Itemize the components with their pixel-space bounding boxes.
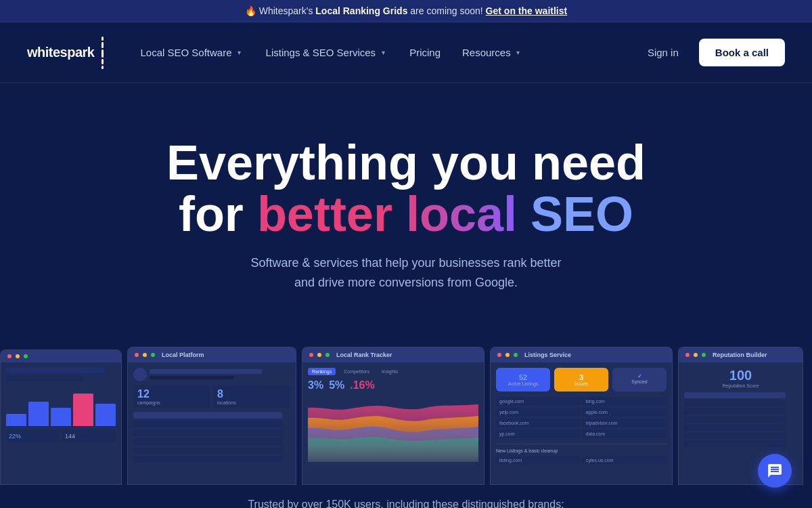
nav-label-resources: Resources xyxy=(462,47,511,58)
ss-bars xyxy=(6,385,116,426)
hero-local: local xyxy=(392,187,517,241)
window-dot-green xyxy=(514,353,518,357)
listing-item: facebook.com xyxy=(496,419,581,427)
stat-12: 12 campaigns xyxy=(133,385,210,408)
metric: 22% xyxy=(6,430,60,442)
location-row xyxy=(133,447,282,454)
ss-metrics-row: 3% 5% .16% xyxy=(308,379,478,391)
hero-subtitle: Software & services that help your busin… xyxy=(27,253,785,293)
new-listing-items: listing.com cylex.us.com xyxy=(496,456,667,465)
screenshots-row: 22% 144 Local Platform 12 cam xyxy=(0,320,812,485)
window-dot-yellow xyxy=(317,353,321,357)
announcement-bar: 🔥 Whitespark's Local Ranking Grids are c… xyxy=(0,0,812,22)
announcement-bold: Local Ranking Grids xyxy=(315,5,407,16)
window-dot-yellow xyxy=(143,353,147,357)
bar xyxy=(95,404,116,426)
hero-section: Everything you need for better local SEO… xyxy=(0,83,812,320)
ss-stats-grid: 12 campaigns 8 locations xyxy=(133,385,290,408)
hero-line1: Everything you need xyxy=(27,137,785,189)
nav-item-listings-seo-services[interactable]: Listings & SEO Services ▾ xyxy=(256,41,398,64)
main-nav: Local SEO Software ▾ Listings & SEO Serv… xyxy=(131,41,637,64)
bar xyxy=(28,402,49,426)
ss-title-4: Reputation Builder xyxy=(713,352,767,358)
rep-row xyxy=(684,441,786,447)
window-dot-yellow xyxy=(16,354,20,358)
score-3: 3 Issues xyxy=(554,368,608,391)
hero-line2: for better local SEO xyxy=(27,189,785,240)
waitlist-link[interactable]: Get on the waitlist xyxy=(486,5,568,16)
metric-5pct: 5% xyxy=(329,379,344,391)
nav-right: Sign in Book a call xyxy=(638,39,785,66)
rank-chart-svg xyxy=(308,394,478,462)
listing-item-new: listing.com xyxy=(496,456,580,465)
ss-title-3: Listings Service xyxy=(524,352,571,358)
ss-header-1: Local Platform xyxy=(128,347,296,362)
rep-row xyxy=(684,400,786,406)
header: whitespark Local SEO Software ▾ Listings… xyxy=(0,22,812,83)
announcement-fire: 🔥 xyxy=(245,5,256,16)
hero-better: better xyxy=(257,187,392,241)
hero-seo: SEO xyxy=(517,187,633,241)
score-52: 52 Active Listings xyxy=(496,368,550,391)
ss-name xyxy=(150,369,262,374)
location-row xyxy=(133,456,282,463)
chat-bubble[interactable] xyxy=(758,454,792,488)
nav-item-resources[interactable]: Resources ▾ xyxy=(453,41,533,64)
listing-item: data.com xyxy=(583,429,667,438)
location-row xyxy=(133,438,282,445)
stat-8: 8 locations xyxy=(213,385,290,408)
bar xyxy=(51,408,71,426)
reputation-rows xyxy=(684,392,797,447)
tab-rankings: Rankings xyxy=(308,368,336,375)
listing-item-new: cylex.us.com xyxy=(583,456,667,465)
screenshot-dashboard: 22% 144 xyxy=(0,350,122,485)
window-dot-red xyxy=(497,353,501,357)
screenshot-rank-tracker: Local Rank Tracker Rankings Competitors … xyxy=(302,347,484,485)
hero-for-prefix: for xyxy=(179,187,257,241)
window-dot-yellow xyxy=(505,353,510,357)
hero-heading: Everything you need for better local SEO xyxy=(27,137,785,240)
listing-item: yelp.com xyxy=(496,408,581,417)
window-dot-green xyxy=(151,353,155,357)
chart-layer-4 xyxy=(308,437,478,462)
tab-competitors: Competitors xyxy=(340,368,374,375)
window-dot-red xyxy=(685,353,690,357)
location-name-area xyxy=(150,369,290,379)
metric-16pct: .16% xyxy=(350,379,374,391)
ss-header-3: Listings Service xyxy=(491,347,672,362)
ss-row xyxy=(6,368,105,373)
metric: 144 xyxy=(62,430,116,442)
announcement-text: Whitespark's xyxy=(259,5,316,16)
ss-header-4: Reputation Builder xyxy=(679,347,803,362)
avatar-placeholder xyxy=(133,368,147,381)
nav-item-pricing[interactable]: Pricing xyxy=(400,41,450,64)
listing-item: apple.com xyxy=(583,408,667,417)
logo[interactable]: whitespark xyxy=(27,37,104,69)
screenshot-listings: Listings Service 52 Active Listings 3 Is… xyxy=(490,347,673,485)
listings-grid: google.com bing.com yelp.com apple.com f… xyxy=(496,397,667,438)
trusted-bar: Trusted by over 150K users, including th… xyxy=(0,485,812,508)
new-listings-section: New Listings & basic cleanup listing.com… xyxy=(496,444,667,465)
book-call-button[interactable]: Book a call xyxy=(699,39,785,66)
metric-3pct: 3% xyxy=(308,379,323,391)
tab-insights: Insights xyxy=(378,368,402,375)
new-listings-label: New Listings & basic cleanup xyxy=(496,448,667,453)
ss-header-2: Local Rank Tracker xyxy=(302,347,484,362)
rep-row xyxy=(684,433,786,439)
rep-row xyxy=(684,417,786,423)
ss-title-1: Local Platform xyxy=(162,352,204,358)
sign-in-link[interactable]: Sign in xyxy=(638,41,688,64)
window-dot-green xyxy=(24,354,28,358)
nav-label-pricing: Pricing xyxy=(409,47,441,58)
ss-body-1: 12 campaigns 8 locations xyxy=(128,362,296,484)
window-dot-red xyxy=(135,353,139,357)
ss-tabs: Rankings Competitors Insights xyxy=(308,368,478,375)
nav-item-local-seo-software[interactable]: Local SEO Software ▾ xyxy=(131,41,253,64)
ss-location-header xyxy=(133,368,290,381)
chevron-down-icon: ▾ xyxy=(235,48,244,58)
listing-item: google.com xyxy=(496,397,581,406)
screenshot-local-platform: Local Platform 12 campaigns 8 locations xyxy=(127,347,296,485)
rep-row xyxy=(684,392,786,398)
ss-sub xyxy=(150,376,234,379)
window-dot-green xyxy=(325,353,330,357)
